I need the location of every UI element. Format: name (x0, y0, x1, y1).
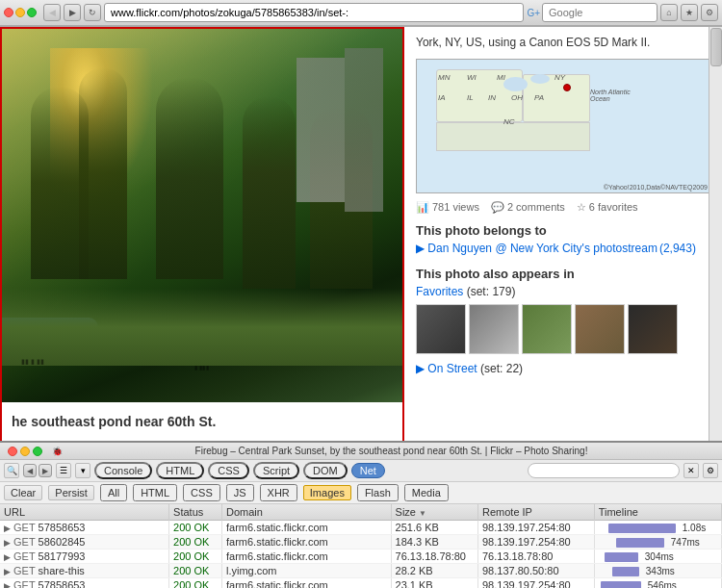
close-button[interactable] (4, 8, 13, 17)
net-table-container: URL Status Domain Size ▼ Remote IP Timel… (0, 504, 722, 588)
firebug-search-clear[interactable]: ✕ (683, 463, 699, 478)
tab-net[interactable]: Net (351, 463, 385, 478)
row-expand-icon[interactable]: ▶ (4, 538, 11, 548)
caption-text: he southeast pond near 60th St. (12, 414, 216, 429)
address-bar[interactable] (104, 3, 524, 22)
status-code: 200 OK (173, 536, 209, 548)
firebug-search-input[interactable] (528, 463, 680, 478)
lake-michigan (503, 77, 528, 91)
scroll-thumb[interactable] (710, 28, 722, 66)
clear-button[interactable]: Clear (4, 485, 42, 500)
firebug-forward[interactable]: ▶ (39, 464, 52, 477)
cell-url: ▶ GET share-this (0, 564, 169, 578)
tab-dom[interactable]: DOM (303, 462, 348, 479)
browser-toolbar: ◀ ▶ ↻ G+ ⌂ ★ ⚙ (0, 0, 722, 26)
people-silhouettes-2: ▮ ▮▮ ▮ (194, 364, 209, 371)
col-header-url[interactable]: URL (0, 504, 169, 521)
forward-button[interactable]: ▶ (64, 4, 81, 21)
reload-button[interactable]: ↻ (84, 4, 101, 21)
tab-console[interactable]: Console (94, 462, 152, 479)
firebug-minimize[interactable] (20, 447, 30, 456)
persist-button[interactable]: Persist (48, 485, 94, 500)
row-expand-icon[interactable]: ▶ (4, 581, 11, 588)
table-row[interactable]: ▶ GET 57858653 200 OK farm6.static.flick… (0, 578, 722, 588)
thumb-2[interactable] (469, 304, 519, 354)
tools-button[interactable]: ⚙ (701, 4, 718, 21)
favorites-set-link[interactable]: Favorites (set: 179) (416, 285, 710, 298)
net-tab-images[interactable]: Images (303, 485, 351, 500)
map-label-nc: NC (503, 117, 515, 126)
belongs-to-title: This photo belongs to (416, 223, 710, 238)
thumb-4[interactable] (575, 304, 625, 354)
net-tab-html[interactable]: HTML (133, 484, 177, 501)
owner-link[interactable]: ▶ Dan Nguyen @ New York City's photostre… (416, 242, 710, 255)
cell-timeline: 304ms (594, 550, 721, 564)
net-tab-css[interactable]: CSS (183, 484, 220, 501)
home-button[interactable]: ⌂ (660, 4, 678, 21)
net-tab-xhr[interactable]: XHR (260, 484, 297, 501)
timeline-offset (612, 565, 642, 576)
cell-timeline: 546ms (594, 578, 721, 588)
firebug-back[interactable]: ◀ (23, 464, 37, 477)
net-tab-all[interactable]: All (100, 484, 127, 501)
timeline-duration: 343ms (646, 566, 675, 576)
col-header-domain[interactable]: Domain (221, 504, 391, 521)
table-row[interactable]: ▶ GET 57858653 200 OK farm6.static.flick… (0, 521, 722, 535)
table-row[interactable]: ▶ GET share-this 200 OK l.yimg.com 28.2 … (0, 564, 722, 578)
request-method: GET (13, 550, 38, 562)
tab-css[interactable]: CSS (208, 462, 249, 479)
net-tab-js[interactable]: JS (226, 484, 254, 501)
firebug-inspect-button[interactable]: 🔍 (4, 463, 19, 478)
cell-status: 200 OK (169, 564, 222, 578)
tree-3 (156, 77, 223, 279)
tab-script[interactable]: Script (253, 462, 299, 479)
col-header-size[interactable]: Size ▼ (391, 504, 477, 521)
firebug-menu-button[interactable]: ☰ (56, 463, 71, 478)
table-row[interactable]: ▶ GET 58177993 200 OK farm6.static.flick… (0, 550, 722, 564)
tab-html[interactable]: HTML (156, 462, 204, 479)
maximize-button[interactable] (27, 8, 37, 17)
cell-size: 251.6 KB (391, 521, 477, 535)
request-url: 57858653 (39, 522, 86, 533)
cell-status: 200 OK (169, 550, 222, 564)
thumb-5[interactable] (628, 304, 678, 354)
table-row[interactable]: ▶ GET 58602845 200 OK farm6.static.flick… (0, 535, 722, 550)
on-street-link[interactable]: ▶ On Street (set: 22) (416, 362, 710, 375)
firebug-settings[interactable]: ⚙ (703, 463, 718, 478)
cell-size: 28.2 KB (391, 564, 477, 578)
main-content: ▮▮ ▮ ▮▮ ▮ ▮▮ ▮ he southeast pond near 60… (0, 27, 722, 441)
firebug-arrow-button[interactable]: ▾ (75, 463, 90, 478)
row-expand-icon[interactable]: ▶ (4, 567, 11, 576)
firebug-window-title: Firebug – Central Park Sunset, by the so… (68, 446, 714, 456)
firebug-close[interactable] (8, 447, 17, 456)
firebug-maximize[interactable] (33, 447, 42, 456)
thumb-3[interactable] (522, 304, 572, 354)
cell-timeline: 343ms (594, 564, 721, 578)
timeline-offset (608, 522, 679, 533)
row-expand-icon[interactable]: ▶ (4, 524, 11, 533)
map-region-south (436, 122, 590, 151)
timeline-offset (601, 579, 644, 588)
timeline-bar (612, 567, 639, 576)
col-header-remote[interactable]: Remote IP (477, 504, 594, 521)
net-tab-flash[interactable]: Flash (357, 484, 399, 501)
col-header-timeline[interactable]: Timeline (594, 504, 721, 521)
bookmarks-button[interactable]: ★ (681, 4, 698, 21)
search-input[interactable] (542, 3, 658, 22)
scroll-track[interactable] (709, 27, 722, 441)
row-expand-icon[interactable]: ▶ (4, 552, 11, 562)
back-button[interactable]: ◀ (43, 4, 61, 21)
col-header-status[interactable]: Status (169, 504, 222, 521)
thumb-1[interactable] (416, 304, 466, 354)
firebug-titlebar: 🐞 Firebug – Central Park Sunset, by the … (0, 443, 722, 460)
net-toolbar: Clear Persist All HTML CSS JS XHR Images… (0, 482, 722, 504)
minimize-button[interactable] (15, 8, 25, 17)
browser-chrome: ◀ ▶ ↻ G+ ⌂ ★ ⚙ (0, 0, 722, 27)
request-method: GET (13, 579, 38, 588)
net-tab-media[interactable]: Media (404, 484, 449, 501)
photo-image: ▮▮ ▮ ▮▮ ▮ ▮▮ ▮ (2, 29, 402, 404)
info-panel: York, NY, US, using a Canon EOS 5D Mark … (404, 27, 722, 441)
status-code: 200 OK (173, 565, 209, 576)
cell-remote-ip: 98.139.197.254:80 (477, 535, 594, 550)
cell-domain: farm6.static.flickr.com (221, 535, 391, 550)
